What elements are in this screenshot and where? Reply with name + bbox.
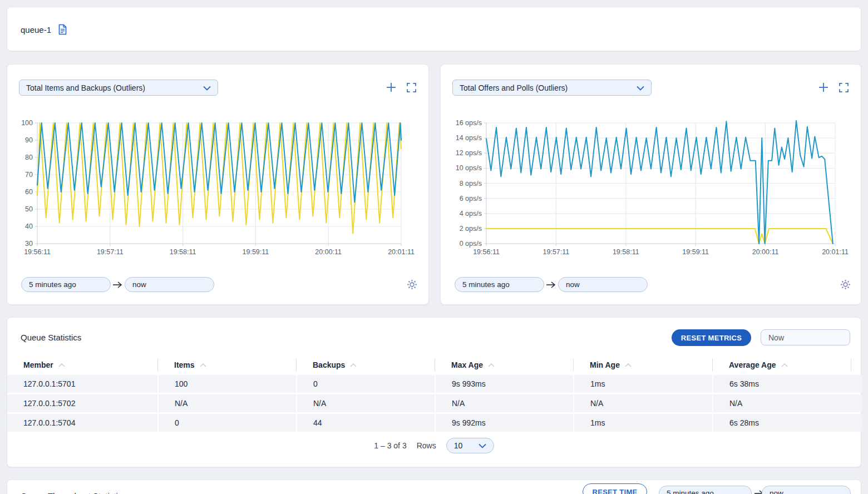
table-row[interactable]: 127.0.0.1:5701 100 0 9s 993ms 1ms 6s 38m… — [7, 375, 862, 393]
svg-text:14 ops/s: 14 ops/s — [456, 134, 482, 142]
document-icon[interactable] — [58, 24, 67, 35]
svg-text:10 ops/s: 10 ops/s — [456, 164, 482, 172]
items-backups-chart: 1009080706050403019:56:1119:57:1119:58:1… — [7, 117, 427, 262]
svg-text:19:59:11: 19:59:11 — [682, 248, 709, 256]
queue-statistics-title: Queue Statistics — [21, 333, 81, 342]
time-to-input[interactable]: now — [558, 277, 648, 292]
svg-text:50: 50 — [25, 205, 33, 213]
items-backups-chart-card: Total Items and Backups (Outliers) 10090… — [7, 64, 429, 305]
add-chart-icon[interactable] — [386, 82, 396, 92]
items-cell: 0 — [157, 414, 296, 432]
queue-title-row: queue-1 — [7, 7, 861, 35]
table-row[interactable]: 127.0.0.1:5704 0 44 9s 992ms 1ms 6s 28ms — [7, 414, 862, 432]
metric-select-right-label: Total Offers and Polls (Outliers) — [460, 83, 568, 92]
backups-cell: 0 — [296, 375, 435, 393]
svg-text:70: 70 — [25, 171, 33, 179]
sort-caret-icon — [200, 363, 206, 367]
average-age-cell: N/A — [712, 394, 851, 412]
average-age-cell: 6s 38ms — [712, 375, 851, 393]
svg-text:20:01:11: 20:01:11 — [822, 248, 849, 256]
fullscreen-icon[interactable] — [839, 83, 849, 92]
svg-text:19:58:11: 19:58:11 — [613, 248, 639, 256]
average-age-cell: 6s 28ms — [712, 414, 851, 432]
min-age-cell: 1ms — [573, 414, 712, 432]
time-from-input[interactable]: 5 minutes ago — [659, 486, 752, 494]
svg-text:4 ops/s: 4 ops/s — [460, 210, 482, 218]
svg-text:19:56:11: 19:56:11 — [473, 248, 500, 256]
queue-throughput-card: Queue Throughput Statistics RESET TIME 5… — [7, 480, 861, 494]
add-chart-icon[interactable] — [818, 82, 828, 92]
rows-per-page-select[interactable]: 10 — [446, 438, 494, 453]
metric-select-right[interactable]: Total Offers and Polls (Outliers) — [452, 80, 652, 96]
svg-text:20:01:11: 20:01:11 — [388, 248, 415, 256]
queue-statistics-table: Member Items Backups Max Age Min Age Ave… — [7, 357, 862, 432]
svg-text:0 ops/s: 0 ops/s — [460, 240, 482, 248]
max-age-cell: 9s 993ms — [435, 375, 573, 393]
arrow-right-icon — [546, 281, 556, 291]
column-header-member[interactable]: Member — [7, 359, 157, 371]
sort-caret-icon — [58, 363, 65, 367]
pagination-range: 1 – 3 of 3 — [374, 441, 406, 450]
sort-caret-icon — [488, 363, 495, 367]
svg-text:40: 40 — [25, 223, 33, 230]
sort-caret-icon — [625, 363, 632, 367]
table-row[interactable]: 127.0.0.1:5702 N/A N/A N/A N/A N/A — [7, 394, 862, 412]
min-age-cell: 1ms — [573, 375, 712, 393]
rows-per-page-label: Rows — [417, 441, 436, 450]
time-from-input[interactable]: 5 minutes ago — [21, 277, 111, 292]
time-range-left: 5 minutes ago now — [7, 277, 428, 294]
svg-text:19:57:11: 19:57:11 — [97, 248, 124, 256]
svg-text:6 ops/s: 6 ops/s — [460, 195, 482, 202]
time-from-input[interactable]: 5 minutes ago — [455, 277, 544, 292]
page-title: queue-1 — [21, 25, 51, 34]
column-header-min-age[interactable]: Min Age — [573, 359, 712, 371]
svg-text:60: 60 — [25, 188, 33, 196]
svg-text:8 ops/s: 8 ops/s — [460, 180, 482, 187]
svg-text:19:57:11: 19:57:11 — [543, 248, 570, 256]
chevron-down-icon — [637, 83, 644, 92]
items-cell: 100 — [157, 375, 296, 393]
member-cell: 127.0.0.1:5702 — [7, 394, 157, 412]
backups-cell: N/A — [296, 394, 435, 412]
svg-text:100: 100 — [21, 119, 33, 127]
time-range-right: 5 minutes ago now — [441, 277, 861, 294]
time-to-input[interactable]: now — [125, 277, 214, 292]
svg-text:20:00:11: 20:00:11 — [752, 248, 779, 256]
metrics-time-input[interactable]: Now — [761, 329, 850, 345]
svg-text:19:58:11: 19:58:11 — [170, 248, 196, 256]
column-header-backups[interactable]: Backups — [296, 359, 435, 371]
pagination: 1 – 3 of 3 Rows 10 — [7, 438, 861, 453]
queue-header-card: queue-1 — [7, 7, 861, 51]
arrow-right-icon — [112, 281, 122, 291]
table-header-row: Member Items Backups Max Age Min Age Ave… — [7, 357, 862, 373]
offers-polls-chart-card: Total Offers and Polls (Outliers) 16 ops… — [440, 64, 861, 305]
reset-time-button[interactable]: RESET TIME — [583, 483, 647, 494]
max-age-cell: N/A — [435, 394, 573, 412]
metric-select-left[interactable]: Total Items and Backups (Outliers) — [19, 80, 218, 96]
column-header-average-age[interactable]: Average Age — [712, 359, 851, 371]
svg-text:12 ops/s: 12 ops/s — [456, 149, 482, 157]
queue-statistics-card: Queue Statistics RESET METRICS Now Membe… — [7, 317, 861, 467]
svg-text:20:00:11: 20:00:11 — [315, 248, 342, 256]
svg-text:16 ops/s: 16 ops/s — [456, 119, 482, 127]
svg-text:90: 90 — [25, 136, 33, 144]
rows-per-page-value: 10 — [454, 441, 463, 450]
svg-text:30: 30 — [25, 240, 33, 248]
column-header-items[interactable]: Items — [157, 359, 296, 371]
items-cell: N/A — [157, 394, 296, 412]
fullscreen-icon[interactable] — [407, 83, 416, 92]
svg-text:2 ops/s: 2 ops/s — [460, 225, 482, 233]
svg-text:80: 80 — [25, 154, 33, 161]
gear-icon[interactable] — [840, 279, 851, 290]
sort-caret-icon — [781, 363, 788, 367]
column-header-max-age[interactable]: Max Age — [435, 359, 573, 371]
time-to-input[interactable]: now — [762, 486, 851, 494]
backups-cell: 44 — [296, 414, 435, 432]
reset-metrics-button[interactable]: RESET METRICS — [672, 329, 751, 346]
min-age-cell: N/A — [573, 394, 712, 412]
gear-icon[interactable] — [407, 279, 417, 290]
chevron-down-icon — [479, 441, 486, 450]
offers-polls-chart: 16 ops/s14 ops/s12 ops/s10 ops/s8 ops/s6… — [441, 117, 861, 262]
max-age-cell: 9s 992ms — [435, 414, 573, 432]
sort-caret-icon — [350, 363, 357, 367]
